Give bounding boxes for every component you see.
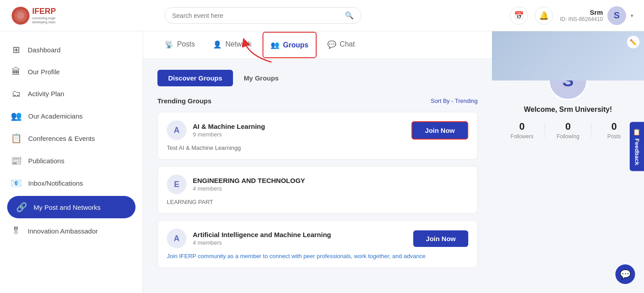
trending-title: Trending Groups	[157, 97, 212, 105]
profile-welcome: Welcome, Srm University!	[492, 106, 644, 114]
group-card-2: E ENGINEERING AND TECHNOLOGY 4 members L…	[157, 166, 478, 214]
logo-area: IFERP connecting engineers.. developing …	[11, 4, 154, 27]
sidebar-item-inbox-notifications[interactable]: 📧 Inbox/Notifications	[0, 172, 143, 194]
tab-chat[interactable]: 💬 Chat	[320, 32, 362, 58]
sidebar-item-innovation-ambassador[interactable]: 🎖 Innovation Ambassador	[0, 220, 143, 242]
sidebar-icon-publications: 📰	[11, 155, 22, 166]
sidebar-label-innovation-ambassador: Innovation Ambassador	[28, 227, 98, 235]
group-avatar-1: A	[167, 120, 186, 140]
right-panel: ✏️ S Welcome, Srm University! 0 Follower…	[492, 31, 644, 293]
join-button-1[interactable]: Join Now	[411, 121, 468, 140]
svg-text:IFERP: IFERP	[32, 7, 55, 16]
join-button-3[interactable]: Join Now	[413, 230, 468, 247]
sidebar-item-activity-plan[interactable]: 🗂 Activity Plan	[0, 83, 143, 105]
svg-text:connecting engineers..: connecting engineers..	[32, 17, 55, 20]
group-members-3: 4 members	[193, 239, 331, 246]
group-name-3: Artificial Intelligence and Machine Lear…	[193, 231, 331, 238]
subtab-discover-groups[interactable]: Discover Groups	[157, 70, 233, 86]
sidebar-icon-our-academicians: 👥	[11, 110, 22, 121]
tabs-bar: 📡 Posts 👤 Network 👥 Groups 💬 Chat	[143, 31, 492, 59]
user-name: Srm	[560, 8, 603, 16]
top-navigation: IFERP connecting engineers.. developing …	[0, 0, 644, 31]
search-area: 🔍	[165, 7, 361, 24]
sidebar-label-our-academicians: Our Academicians	[28, 112, 83, 120]
sidebar-label-my-post-networks: My Post and Networks	[34, 204, 101, 211]
calendar-icon-button[interactable]: 📅	[510, 7, 528, 25]
tab-groups[interactable]: 👥 Groups	[263, 32, 317, 58]
stat-value-following: 0	[545, 121, 591, 132]
sidebar-item-our-academicians[interactable]: 👥 Our Academicians	[0, 105, 143, 127]
profile-stats: 0 Followers 0 Following 0 Posts	[492, 121, 644, 140]
main-layout: ⊞ Dashboard 🏛 Our Profile 🗂 Activity Pla…	[0, 31, 644, 293]
search-input[interactable]	[172, 12, 345, 19]
sidebar-item-our-profile[interactable]: 🏛 Our Profile	[0, 61, 143, 83]
iferp-logo[interactable]: IFERP connecting engineers.. developing …	[11, 4, 55, 27]
sidebar: ⊞ Dashboard 🏛 Our Profile 🗂 Activity Pla…	[0, 31, 143, 293]
tab-icon-chat: 💬	[327, 40, 336, 49]
tab-icon-posts: 📡	[165, 40, 174, 49]
user-info: Srm ID: INS-86264410	[560, 8, 603, 22]
sidebar-label-publications: Publications	[28, 157, 64, 165]
tab-icon-network: 👤	[213, 40, 222, 49]
subtab-my-groups[interactable]: My Groups	[233, 70, 289, 86]
sidebar-label-activity-plan: Activity Plan	[28, 90, 64, 98]
group-members-1: 9 members	[193, 131, 265, 138]
tab-posts[interactable]: 📡 Posts	[157, 32, 202, 58]
sidebar-label-conferences-events: Conferences & Events	[28, 135, 95, 142]
sidebar-icon-innovation-ambassador: 🎖	[11, 226, 21, 236]
sub-tabs: Discover GroupsMy Groups	[157, 70, 478, 86]
group-desc-1: Test AI & Machine Learningg	[167, 144, 468, 151]
sidebar-item-publications[interactable]: 📰 Publications	[0, 149, 143, 172]
user-dropdown-arrow[interactable]: ▾	[631, 13, 633, 19]
sort-by: Sort By - Trending	[431, 98, 478, 104]
profile-banner: ✏️	[492, 31, 644, 81]
search-icon: 🔍	[345, 11, 354, 20]
stat-label-following: Following	[545, 133, 591, 140]
tab-label-network: Network	[225, 40, 252, 48]
user-avatar[interactable]: S	[607, 6, 626, 25]
stat-label-followers: Followers	[499, 133, 545, 140]
sidebar-icon-my-post-networks: 🔗	[16, 202, 27, 212]
group-avatar-3: A	[167, 229, 186, 248]
tab-label-groups: Groups	[283, 41, 309, 49]
group-name-1: AI & Machine Learning	[193, 123, 265, 130]
trending-header: Trending Groups Sort By - Trending	[157, 97, 478, 105]
tab-label-posts: Posts	[177, 40, 195, 48]
sidebar-icon-conferences-events: 📋	[11, 133, 22, 144]
stat-value-followers: 0	[499, 121, 545, 132]
tab-label-chat: Chat	[340, 40, 355, 48]
sidebar-icon-dashboard: ⊞	[11, 44, 21, 55]
user-id: ID: INS-86264410	[560, 16, 603, 22]
sidebar-icon-activity-plan: 🗂	[11, 89, 21, 99]
sidebar-icon-inbox-notifications: 📧	[11, 178, 22, 188]
svg-text:developing research: developing research	[32, 21, 55, 24]
sidebar-label-dashboard: Dashboard	[28, 46, 60, 54]
group-card-1: A AI & Machine Learning 9 members Join N…	[157, 112, 478, 160]
stat-item-following: 0 Following	[545, 121, 591, 140]
group-members-2: 4 members	[193, 185, 305, 192]
profile-edit-button[interactable]: ✏️	[627, 36, 640, 48]
groups-container: Discover GroupsMy Groups Trending Groups…	[143, 59, 492, 285]
tab-icon-groups: 👥	[271, 41, 280, 49]
tab-network[interactable]: 👤 Network	[206, 32, 259, 58]
group-avatar-2: E	[167, 174, 186, 194]
svg-point-2	[17, 12, 24, 19]
stat-item-followers: 0 Followers	[499, 121, 545, 140]
chat-bubble-button[interactable]: 💬	[615, 264, 635, 284]
sidebar-icon-our-profile: 🏛	[11, 67, 21, 77]
nav-icons: 📅 🔔	[510, 7, 553, 25]
sidebar-item-my-post-networks[interactable]: 🔗 My Post and Networks	[7, 196, 136, 218]
group-card-3: A Artificial Intelligence and Machine Le…	[157, 220, 478, 268]
main-content: 📡 Posts 👤 Network 👥 Groups 💬 Chat	[143, 31, 492, 293]
sidebar-item-conferences-events[interactable]: 📋 Conferences & Events	[0, 127, 143, 149]
sidebar-item-dashboard[interactable]: ⊞ Dashboard	[0, 38, 143, 61]
sidebar-label-our-profile: Our Profile	[28, 68, 60, 76]
group-desc-3: Join IFERP community as a member to conn…	[167, 253, 468, 259]
user-area: Srm ID: INS-86264410 S ▾	[560, 6, 633, 25]
sidebar-label-inbox-notifications: Inbox/Notifications	[28, 179, 83, 187]
feedback-button[interactable]: 📋 Feedback	[630, 122, 644, 171]
group-desc-2: LEARNING PART	[167, 199, 468, 205]
notification-icon-button[interactable]: 🔔	[535, 7, 553, 25]
chat-bubble-icon: 💬	[620, 269, 631, 280]
groups-list: A AI & Machine Learning 9 members Join N…	[157, 112, 478, 268]
